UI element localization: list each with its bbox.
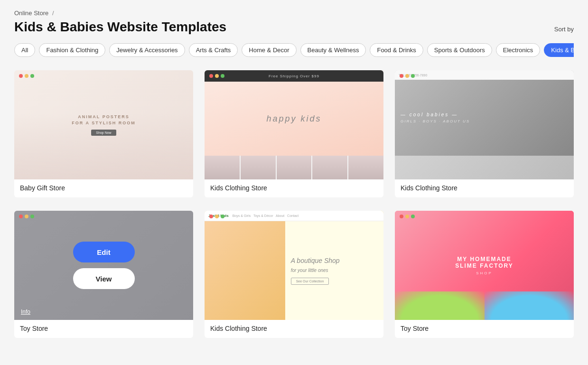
card-image-boutique: Just 4 Kids Boys & Girls Toys & Décor Ab… (205, 211, 383, 320)
card-image-cool-babies: TEL: 123-456-7890 — cool babies — GIRLS … (395, 70, 574, 179)
view-button[interactable]: View (73, 128, 135, 149)
page-title: Kids & Babies Website Templates (14, 19, 226, 35)
card-dots-4 (19, 215, 34, 218)
filter-jewelry[interactable]: Jewelry & Accessories (109, 43, 185, 57)
sort-by-label[interactable]: Sort by (554, 26, 574, 33)
info-link-2[interactable]: Info (211, 168, 221, 175)
dot-red-4 (19, 215, 23, 218)
card-image-happy-kids: Free Shipping Over $99 happy kids (205, 70, 383, 179)
filter-all[interactable]: All (14, 43, 35, 57)
page-header: Kids & Babies Website Templates Sort by (14, 19, 574, 35)
view-button-slime[interactable]: View (454, 268, 515, 289)
card-label-toy-store: Toy Store (14, 320, 193, 338)
filter-beauty[interactable]: Beauty & Wellness (300, 43, 366, 57)
filter-sports[interactable]: Sports & Outdoors (427, 43, 492, 57)
filter-kids[interactable]: Kids & Ba... (544, 43, 574, 57)
dot-yellow-2 (215, 74, 219, 78)
template-card-happy-kids[interactable]: Free Shipping Over $99 happy kids (205, 70, 383, 197)
info-link-boutique[interactable]: Info (211, 309, 221, 315)
info-link-slime[interactable]: Info (401, 309, 411, 315)
filter-food[interactable]: Food & Drinks (370, 43, 423, 57)
filter-arts[interactable]: Arts & Crafts (189, 43, 238, 57)
card-label-boutique: Kids Clothing Store (205, 320, 383, 338)
view-button-3[interactable]: View (454, 128, 515, 149)
dot-yellow-5 (215, 215, 219, 218)
breadcrumb-separator: / (52, 9, 54, 17)
dot-red-6 (400, 215, 403, 218)
info-link-3[interactable]: Info (401, 168, 411, 175)
card-label-slime: Toy Store (395, 320, 574, 338)
filter-fashion[interactable]: Fashion & Clothing (39, 43, 105, 57)
edit-button-3[interactable]: Edit (454, 101, 515, 122)
card-image-slime: MY HOMEMADESLIME FACTORY SHOP Edit View … (395, 211, 574, 320)
template-card-boutique[interactable]: Just 4 Kids Boys & Girls Toys & Décor Ab… (205, 211, 383, 338)
dot-green-3 (411, 74, 415, 78)
view-button-2[interactable]: View (263, 128, 325, 149)
edit-button-boutique[interactable]: Edit (263, 242, 325, 262)
filter-home[interactable]: Home & Decor (242, 43, 296, 57)
breadcrumb: Online Store / (14, 9, 574, 17)
dot-green-2 (221, 74, 224, 78)
dot-yellow (25, 74, 28, 78)
card-dots-6 (400, 215, 415, 218)
template-card-toy-store[interactable]: HUB ANDYARD Edit View Info Toy Store (14, 211, 193, 338)
templates-grid: ANIMAL POSTERSFOR A STYLISH ROOM Shop No… (14, 70, 574, 338)
card-label-cool-babies: Kids Clothing Store (395, 179, 574, 197)
card-image-baby-gift: ANIMAL POSTERSFOR A STYLISH ROOM Shop No… (14, 70, 193, 179)
card-dots (19, 74, 34, 78)
template-card-slime[interactable]: MY HOMEMADESLIME FACTORY SHOP Edit View … (395, 211, 574, 338)
info-link[interactable]: Info (21, 168, 30, 175)
template-card-baby-gift[interactable]: ANIMAL POSTERSFOR A STYLISH ROOM Shop No… (14, 70, 193, 197)
template-card-cool-babies[interactable]: TEL: 123-456-7890 — cool babies — GIRLS … (395, 70, 574, 197)
dot-red-2 (209, 74, 213, 78)
dot-yellow-6 (405, 215, 409, 218)
dot-red (19, 74, 23, 78)
dot-yellow-3 (405, 74, 409, 78)
card-label-baby-gift: Baby Gift Store (14, 179, 193, 197)
dot-green-5 (221, 215, 224, 218)
edit-button-slime[interactable]: Edit (454, 242, 515, 262)
card-dots-3 (400, 74, 415, 78)
edit-button-2[interactable]: Edit (263, 101, 325, 122)
breadcrumb-parent[interactable]: Online Store (14, 9, 48, 17)
card-image-toy-store: HUB ANDYARD Edit View Info (14, 211, 193, 320)
card-label-happy-kids: Kids Clothing Store (205, 179, 383, 197)
view-button-boutique[interactable]: View (263, 268, 325, 289)
info-link-toy[interactable]: Info (21, 309, 30, 315)
filter-bar: All Fashion & Clothing Jewelry & Accesso… (14, 43, 574, 59)
card-dots-2 (209, 74, 224, 78)
edit-button[interactable]: Edit (73, 101, 135, 122)
filter-electronics[interactable]: Electronics (496, 43, 541, 57)
card-dots-5 (209, 215, 224, 218)
dot-yellow-4 (25, 215, 28, 218)
card-overlay-toy: Edit View Info (14, 211, 193, 320)
edit-button-toy[interactable]: Edit (73, 242, 135, 262)
dot-green-4 (30, 215, 34, 218)
dot-red-5 (209, 215, 213, 218)
dot-red-3 (400, 74, 403, 78)
dot-green (30, 74, 34, 78)
page-wrapper: Online Store / Kids & Babies Website Tem… (0, 0, 588, 357)
dot-green-6 (411, 215, 415, 218)
view-button-toy[interactable]: View (73, 268, 135, 289)
